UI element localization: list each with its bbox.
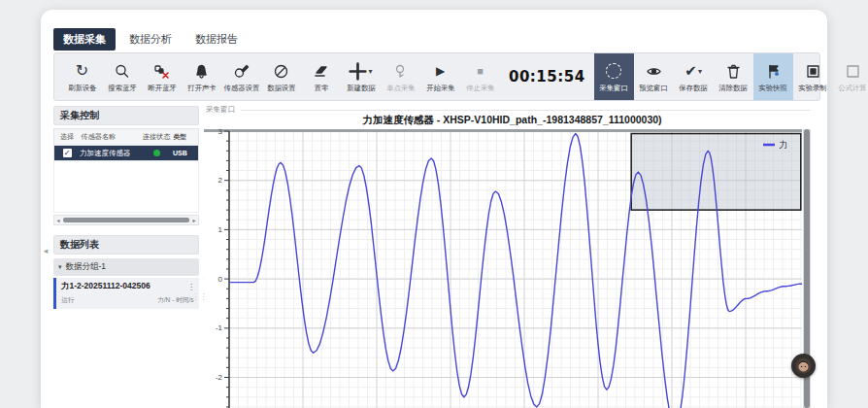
divider-line: [241, 110, 811, 111]
formula-icon: [845, 62, 861, 81]
collection-control-title: 采集控制: [53, 106, 199, 125]
connection-status-dot: [153, 150, 160, 156]
hscroll-thumb[interactable]: [63, 218, 189, 222]
play-icon: ▶: [436, 62, 445, 81]
sensor-name: 力加速度传感器: [80, 149, 140, 158]
toolbar-zero-set-button[interactable]: 置零: [301, 53, 341, 100]
column-header: 连接状态: [141, 129, 172, 144]
tab-bar: 数据采集数据分析数据报告: [53, 28, 248, 51]
search-icon: [114, 62, 130, 81]
toolbar-data-settings-button[interactable]: 数据设置: [261, 53, 301, 100]
stop-icon: ■: [477, 62, 484, 81]
toolbar-formula-calc-button: 公式计算: [833, 53, 868, 100]
flag-icon: [765, 62, 782, 81]
toolbar-start-collect-button[interactable]: ▶开始采集: [420, 53, 460, 100]
column-header: 类型: [174, 129, 196, 144]
svg-text:-1: -1: [216, 323, 223, 332]
dropdown-caret-icon[interactable]: ▾: [368, 63, 372, 81]
sensor-table-hscrollbar[interactable]: ◂ ▸: [53, 215, 199, 225]
toolbar-search-bluetooth-button[interactable]: 搜索蓝牙: [102, 53, 142, 100]
toolbar-save-data-button[interactable]: ✔▾保存数据: [674, 53, 714, 100]
main-toolbar: ↻刷新设备搜索蓝牙断开蓝牙打开声卡传感器设置数据设置置零▾新建数据单点采集▶开始…: [53, 52, 820, 101]
chart-title: 力加速度传感器 - XHSP-V10HID_path_-1981348857_1…: [204, 114, 820, 127]
panel-splitter[interactable]: ⋮⋮: [196, 283, 203, 310]
record-icon: [805, 62, 821, 81]
refresh-icon: ↻: [76, 62, 88, 81]
chart-plot-area[interactable]: 3210-1-2-0.070 N力: [204, 129, 802, 408]
toolbar-clear-data-button[interactable]: 清除数据: [714, 53, 753, 100]
toolbar-open-soundcard-button[interactable]: 打开声卡: [182, 53, 221, 100]
sensor-table-header: 选择传感器名称连接状态类型: [54, 129, 198, 146]
record-title: 力1-2-20251112-042506: [61, 281, 150, 292]
svg-text:-2: -2: [216, 373, 223, 382]
svg-text:力: 力: [779, 140, 787, 150]
record-axes: 力/N - 时间/s: [157, 295, 194, 305]
svg-text:3: 3: [218, 129, 223, 136]
toolbar-new-data-button[interactable]: ▾新建数据: [341, 53, 381, 100]
bluetooth-disconnect-icon: [153, 62, 170, 81]
sensor-settings-icon: [233, 62, 250, 81]
tab-data-analysis[interactable]: 数据分析: [119, 28, 182, 51]
toolbar-single-point-collect-button: 单点采集: [381, 53, 420, 100]
data-group-row[interactable]: ▾数据分组-1: [53, 258, 199, 276]
toolbar-collect-window-button[interactable]: 采集窗口: [594, 53, 634, 100]
column-header: 选择: [55, 129, 80, 144]
toolbar-refresh-device-button[interactable]: ↻刷新设备: [62, 53, 102, 100]
collection-timer: 00:15:54: [509, 68, 585, 85]
plus-icon: [349, 62, 367, 81]
dropdown-caret-icon[interactable]: ▾: [698, 63, 702, 81]
column-header: 传感器名称: [82, 129, 139, 144]
assistant-avatar-button[interactable]: [791, 354, 816, 378]
data-record-item[interactable]: 力1-2-20251112-042506⋮运行力/N - 时间/s: [53, 278, 199, 309]
hscroll-left-arrow-icon[interactable]: ◂: [54, 217, 62, 223]
data-list-title: 数据列表: [53, 235, 199, 255]
tab-data-report[interactable]: 数据报告: [185, 28, 248, 51]
sensor-type: USB: [173, 150, 196, 156]
sensor-table-empty-area: [53, 161, 199, 213]
eraser-icon: [313, 62, 329, 81]
toolbar-stop-collect-button: ■停止采集: [460, 53, 500, 100]
chart-panel: 采集窗口 力加速度传感器 - XHSP-V10HID_path_-1981348…: [204, 102, 820, 408]
toolbar-preview-window-button[interactable]: 预览窗口: [634, 53, 674, 100]
toolbar-experiment-snapshot-button[interactable]: 实验快照: [753, 53, 793, 100]
trash-icon: [725, 62, 742, 81]
app-window: 数据采集数据分析数据报告 ↻刷新设备搜索蓝牙断开蓝牙打开声卡传感器设置数据设置置…: [41, 10, 827, 408]
left-sidebar: 采集控制 选择传感器名称连接状态类型 ✓力加速度传感器USB ◂ ▸ 数据列表 …: [53, 106, 199, 408]
toolbar-disconnect-bluetooth-button[interactable]: 断开蓝牙: [142, 53, 182, 100]
slash-circle-icon: [273, 62, 289, 81]
group-expand-caret-icon[interactable]: ▾: [58, 263, 62, 271]
toolbar-sensor-settings-button[interactable]: 传感器设置: [221, 53, 261, 100]
sensor-row[interactable]: ✓力加速度传感器USB: [54, 146, 198, 160]
toolbar-experiment-record-button[interactable]: 实验录制: [793, 53, 833, 100]
data-list-panel: 数据列表 ▾数据分组-1力1-2-20251112-042506⋮运行力/N -…: [53, 235, 199, 309]
svg-text:1: 1: [218, 225, 223, 234]
svg-text:0: 0: [218, 275, 223, 284]
eye-icon: [646, 62, 662, 81]
svg-text:2: 2: [218, 176, 223, 185]
dashed-circle-icon: [606, 62, 621, 81]
hscroll-right-arrow-icon[interactable]: ▸: [190, 217, 198, 223]
sensor-table: 选择传感器名称连接状态类型 ✓力加速度传感器USB: [53, 128, 199, 161]
tab-data-collect[interactable]: 数据采集: [53, 28, 116, 51]
touch-icon: [392, 62, 409, 81]
bell-icon: [193, 62, 210, 81]
record-status: 运行: [61, 295, 74, 305]
record-menu-icon[interactable]: ⋮: [187, 283, 195, 291]
sidebar-collapse-handle[interactable]: ◂: [41, 246, 50, 255]
check-icon: ✔: [684, 62, 697, 81]
avatar-face-icon: [795, 357, 812, 374]
sensor-checkbox[interactable]: ✓: [63, 149, 72, 157]
